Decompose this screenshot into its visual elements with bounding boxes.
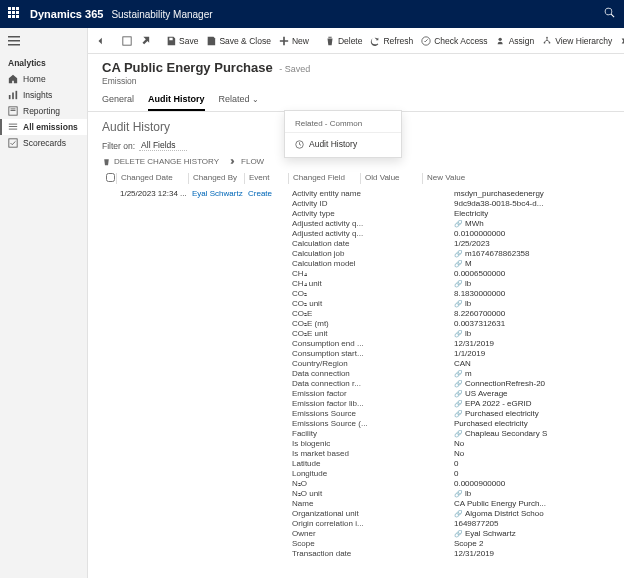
tab-related[interactable]: Related⌄ bbox=[219, 94, 259, 111]
field-value[interactable]: Eyal Schwartz bbox=[454, 529, 610, 538]
col-changed-field[interactable]: Changed Field bbox=[288, 173, 360, 184]
field-name: Name bbox=[292, 499, 448, 508]
sidebar: Analytics Home Insights Reporting All em… bbox=[0, 28, 88, 578]
flow-button[interactable]: Flow⌄ bbox=[620, 36, 624, 46]
filter-field[interactable]: All Fields bbox=[139, 140, 187, 151]
field-name: CO₂E (mt) bbox=[292, 319, 448, 328]
svg-rect-12 bbox=[9, 139, 17, 147]
related-audit-history[interactable]: Audit History bbox=[285, 137, 401, 151]
svg-rect-10 bbox=[9, 126, 17, 127]
field-value: No bbox=[454, 449, 610, 458]
cell-changed-by[interactable]: Eyal Schwartz bbox=[188, 189, 244, 558]
field-value[interactable]: Chapleau Secondary S bbox=[454, 429, 610, 438]
back-button[interactable] bbox=[96, 36, 106, 46]
field-name: Is biogenic bbox=[292, 439, 448, 448]
col-event[interactable]: Event bbox=[244, 173, 288, 184]
field-name: Consumption end ... bbox=[292, 339, 448, 348]
waffle-icon[interactable] bbox=[8, 7, 22, 21]
refresh-button[interactable]: Refresh bbox=[370, 36, 413, 46]
nav-reporting[interactable]: Reporting bbox=[0, 103, 87, 119]
chevron-down-icon: ⌄ bbox=[252, 95, 259, 104]
nav-scorecards[interactable]: Scorecards bbox=[0, 135, 87, 151]
svg-rect-7 bbox=[11, 109, 16, 110]
nav-all-emissions[interactable]: All emissions bbox=[0, 119, 87, 135]
grid-row[interactable]: 1/25/2023 12:34 ... Eyal Schwartz Create… bbox=[102, 187, 610, 558]
col-old-value[interactable]: Old Value bbox=[360, 173, 422, 184]
field-name: Data connection bbox=[292, 369, 448, 378]
field-value: 1/25/2023 bbox=[454, 239, 610, 248]
field-value: Scope 2 bbox=[454, 539, 610, 548]
field-name: Origin correlation i... bbox=[292, 519, 448, 528]
field-value[interactable]: Algoma District Schoo bbox=[454, 509, 610, 518]
col-new-value[interactable]: New Value bbox=[422, 173, 610, 184]
field-value[interactable]: Purchased electricity bbox=[454, 409, 610, 418]
field-value: 8.2260700000 bbox=[454, 309, 610, 318]
field-name: Emissions Source bbox=[292, 409, 448, 418]
field-name: Calculation model bbox=[292, 259, 448, 268]
field-value: CA Public Energy Purch... bbox=[454, 499, 610, 508]
cell-date: 1/25/2023 12:34 ... bbox=[116, 189, 188, 558]
field-value: 0.0100000000 bbox=[454, 229, 610, 238]
save-close-button[interactable]: Save & Close bbox=[206, 36, 271, 46]
popout-icon[interactable] bbox=[140, 36, 150, 46]
check-access-button[interactable]: Check Access bbox=[421, 36, 487, 46]
open-icon[interactable] bbox=[122, 36, 132, 46]
search-icon[interactable] bbox=[604, 7, 616, 21]
svg-rect-8 bbox=[11, 110, 16, 111]
save-status: - Saved bbox=[279, 64, 310, 74]
save-button[interactable]: Save bbox=[166, 36, 198, 46]
delete-change-history-button[interactable]: DELETE CHANGE HISTORY bbox=[102, 157, 219, 166]
svg-point-16 bbox=[546, 36, 548, 38]
delete-button[interactable]: Delete bbox=[325, 36, 363, 46]
field-name: N₂O unit bbox=[292, 489, 448, 498]
select-all-checkbox[interactable] bbox=[106, 173, 115, 182]
field-value: No bbox=[454, 439, 610, 448]
svg-rect-13 bbox=[123, 36, 131, 44]
tab-general[interactable]: General bbox=[102, 94, 134, 111]
field-value: CAN bbox=[454, 359, 610, 368]
field-name: CH₄ unit bbox=[292, 279, 448, 288]
field-name: Adjusted activity q... bbox=[292, 219, 448, 228]
svg-rect-9 bbox=[9, 124, 17, 125]
field-name: Emissions Source (... bbox=[292, 419, 448, 428]
field-name: Latitude bbox=[292, 459, 448, 468]
col-changed-date[interactable]: Changed Date bbox=[116, 173, 188, 184]
field-name: Facility bbox=[292, 429, 448, 438]
svg-point-17 bbox=[544, 41, 546, 43]
grid-header: Changed Date Changed By Event Changed Fi… bbox=[102, 170, 610, 187]
cell-event[interactable]: Create bbox=[244, 189, 288, 558]
view-hierarchy-button[interactable]: View Hierarchy bbox=[542, 36, 612, 46]
field-value[interactable]: m bbox=[454, 369, 610, 378]
assign-button[interactable]: Assign bbox=[496, 36, 535, 46]
field-name: Consumption start... bbox=[292, 349, 448, 358]
field-value[interactable]: US Average bbox=[454, 389, 610, 398]
new-button[interactable]: New bbox=[279, 36, 309, 46]
flow-grid-button[interactable]: FLOW bbox=[229, 157, 264, 166]
nav-insights[interactable]: Insights bbox=[0, 87, 87, 103]
field-value[interactable]: lb bbox=[454, 299, 610, 308]
field-name: Activity ID bbox=[292, 199, 448, 208]
field-value[interactable]: lb bbox=[454, 329, 610, 338]
field-value: 1649877205 bbox=[454, 519, 610, 528]
hamburger-icon[interactable] bbox=[0, 32, 87, 52]
field-value[interactable]: ConnectionRefresh-20 bbox=[454, 379, 610, 388]
related-dropdown: Related - Common Audit History bbox=[284, 110, 402, 158]
field-value: Electricity bbox=[454, 209, 610, 218]
field-name: CO₂ bbox=[292, 289, 448, 298]
field-value: 0 bbox=[454, 459, 610, 468]
field-value[interactable]: MWh bbox=[454, 219, 610, 228]
field-name: Emission factor lib... bbox=[292, 399, 448, 408]
field-name: Owner bbox=[292, 529, 448, 538]
field-value[interactable]: EPA 2022 - eGRID bbox=[454, 399, 610, 408]
field-name: Adjusted activity q... bbox=[292, 229, 448, 238]
field-value[interactable]: M bbox=[454, 259, 610, 268]
field-name: CH₄ bbox=[292, 269, 448, 278]
field-name: CO₂E bbox=[292, 309, 448, 318]
tab-audit-history[interactable]: Audit History bbox=[148, 94, 205, 111]
svg-rect-3 bbox=[9, 95, 11, 99]
field-value[interactable]: lb bbox=[454, 489, 610, 498]
col-changed-by[interactable]: Changed By bbox=[188, 173, 244, 184]
field-value[interactable]: lb bbox=[454, 279, 610, 288]
field-value[interactable]: m1674678862358 bbox=[454, 249, 610, 258]
nav-home[interactable]: Home bbox=[0, 71, 87, 87]
